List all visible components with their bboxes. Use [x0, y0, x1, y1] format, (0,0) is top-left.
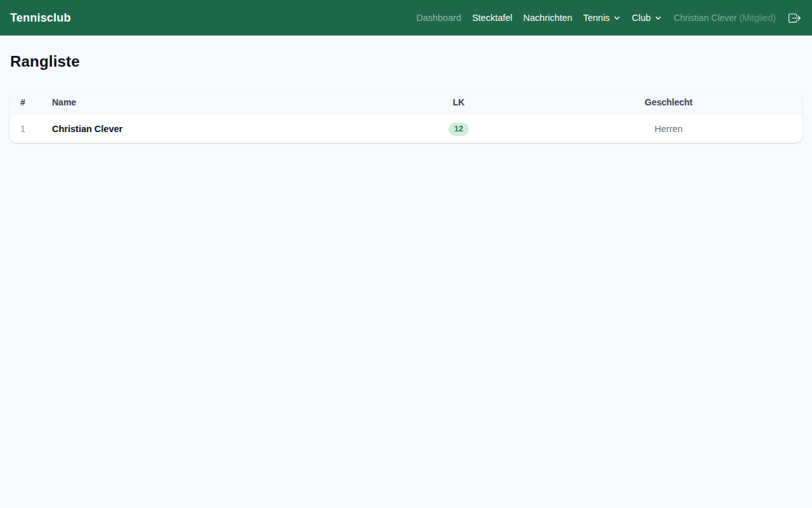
- logout-icon: [789, 12, 801, 24]
- main-content: Rangliste # Name LK Geschlecht 1 Christi…: [0, 53, 812, 143]
- nav-dropdown-tennis-label: Tennis: [583, 13, 610, 23]
- chevron-down-icon: [613, 14, 621, 22]
- chevron-down-icon: [654, 14, 662, 22]
- current-user-name: Christian Clever: [674, 13, 737, 23]
- nav-item-nachrichten[interactable]: Nachrichten: [523, 10, 572, 25]
- column-header-lk: LK: [382, 90, 535, 115]
- nav-dropdown-tennis[interactable]: Tennis: [583, 10, 621, 25]
- cell-geschlecht: Herren: [535, 115, 802, 143]
- nav-item-stecktafel[interactable]: Stecktafel: [472, 10, 513, 25]
- current-user-role: (Mitglied): [739, 13, 776, 23]
- logout-button[interactable]: [787, 11, 802, 25]
- column-header-name: Name: [42, 90, 382, 115]
- nav-dropdown-club[interactable]: Club: [632, 10, 662, 25]
- cell-rank: 1: [10, 115, 42, 143]
- column-header-rank: #: [10, 90, 42, 115]
- table-row: 1 Christian Clever 12 Herren: [10, 115, 802, 143]
- main-nav: Dashboard Stecktafel Nachrichten Tennis …: [416, 10, 802, 25]
- ranking-table: # Name LK Geschlecht 1 Christian Clever …: [10, 90, 802, 143]
- lk-badge: 12: [449, 123, 469, 136]
- cell-player-name: Christian Clever: [42, 115, 382, 143]
- nav-item-dashboard[interactable]: Dashboard: [416, 10, 461, 25]
- current-user-label: Christian Clever (Mitglied): [674, 13, 776, 23]
- table-header-row: # Name LK Geschlecht: [10, 90, 802, 115]
- page-title: Rangliste: [10, 53, 802, 70]
- column-header-geschlecht: Geschlecht: [535, 90, 802, 115]
- cell-lk: 12: [382, 115, 535, 143]
- brand-logo[interactable]: Tennisclub: [10, 11, 71, 25]
- ranking-table-card: # Name LK Geschlecht 1 Christian Clever …: [10, 90, 802, 143]
- nav-dropdown-club-label: Club: [632, 13, 651, 23]
- app-header: Tennisclub Dashboard Stecktafel Nachrich…: [0, 0, 812, 36]
